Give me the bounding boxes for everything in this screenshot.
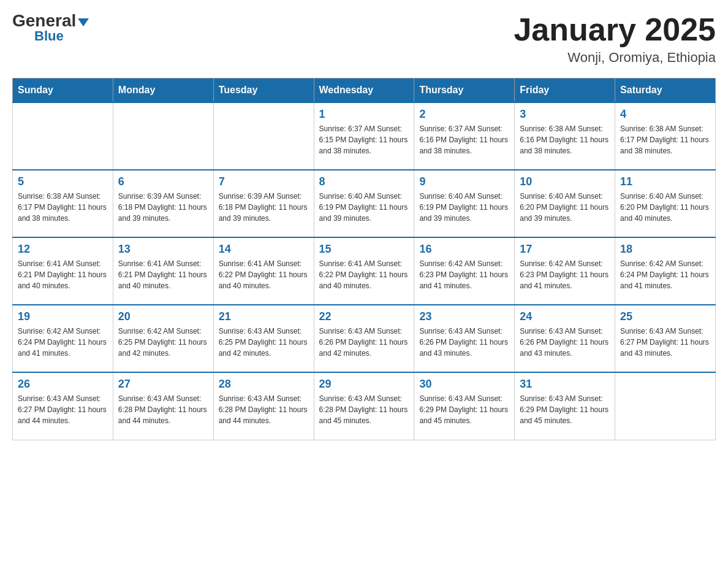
calendar-cell: 18Sunrise: 6:42 AM Sunset: 6:24 PM Dayli… [615, 237, 716, 305]
month-title: January 2025 [514, 12, 716, 47]
calendar-cell [13, 102, 113, 170]
day-number: 21 [219, 310, 309, 323]
day-number: 3 [520, 108, 610, 121]
calendar-cell: 27Sunrise: 6:43 AM Sunset: 6:28 PM Dayli… [113, 372, 213, 440]
day-number: 9 [419, 175, 509, 188]
day-info: Sunrise: 6:42 AM Sunset: 6:24 PM Dayligh… [18, 326, 108, 359]
day-number: 23 [419, 310, 509, 323]
day-number: 27 [118, 378, 208, 391]
calendar-week-row-1: 1Sunrise: 6:37 AM Sunset: 6:15 PM Daylig… [13, 102, 716, 170]
logo-general-text: General [12, 12, 76, 29]
calendar-cell: 9Sunrise: 6:40 AM Sunset: 6:19 PM Daylig… [414, 170, 515, 237]
day-number: 13 [118, 243, 208, 256]
calendar-cell: 3Sunrise: 6:38 AM Sunset: 6:16 PM Daylig… [515, 102, 615, 170]
day-info: Sunrise: 6:41 AM Sunset: 6:22 PM Dayligh… [319, 258, 409, 291]
day-info: Sunrise: 6:41 AM Sunset: 6:22 PM Dayligh… [219, 258, 309, 291]
calendar-week-row-2: 5Sunrise: 6:38 AM Sunset: 6:17 PM Daylig… [13, 170, 716, 237]
day-number: 11 [620, 175, 710, 188]
calendar-cell: 28Sunrise: 6:43 AM Sunset: 6:28 PM Dayli… [213, 372, 314, 440]
calendar-cell: 11Sunrise: 6:40 AM Sunset: 6:20 PM Dayli… [615, 170, 716, 237]
col-wednesday: Wednesday [314, 79, 414, 103]
calendar-cell: 19Sunrise: 6:42 AM Sunset: 6:24 PM Dayli… [13, 305, 113, 372]
calendar-header-row: Sunday Monday Tuesday Wednesday Thursday… [13, 79, 716, 103]
day-number: 1 [319, 108, 409, 121]
day-info: Sunrise: 6:39 AM Sunset: 6:18 PM Dayligh… [118, 191, 208, 224]
calendar-cell: 29Sunrise: 6:43 AM Sunset: 6:28 PM Dayli… [314, 372, 414, 440]
day-info: Sunrise: 6:43 AM Sunset: 6:27 PM Dayligh… [620, 326, 710, 359]
day-number: 6 [118, 175, 208, 188]
col-friday: Friday [515, 79, 615, 103]
calendar-cell: 5Sunrise: 6:38 AM Sunset: 6:17 PM Daylig… [13, 170, 113, 237]
day-number: 31 [520, 378, 610, 391]
calendar-cell [213, 102, 314, 170]
day-number: 5 [18, 175, 108, 188]
calendar-table: Sunday Monday Tuesday Wednesday Thursday… [12, 78, 716, 440]
calendar-week-row-5: 26Sunrise: 6:43 AM Sunset: 6:27 PM Dayli… [13, 372, 716, 440]
day-number: 17 [520, 243, 610, 256]
calendar-week-row-4: 19Sunrise: 6:42 AM Sunset: 6:24 PM Dayli… [13, 305, 716, 372]
day-number: 19 [18, 310, 108, 323]
day-info: Sunrise: 6:42 AM Sunset: 6:24 PM Dayligh… [620, 258, 710, 291]
page-header: General Blue January 2025 Wonji, Oromiya… [12, 12, 716, 66]
day-number: 7 [219, 175, 309, 188]
day-info: Sunrise: 6:43 AM Sunset: 6:28 PM Dayligh… [319, 393, 409, 426]
calendar-cell: 22Sunrise: 6:43 AM Sunset: 6:26 PM Dayli… [314, 305, 414, 372]
calendar-cell: 23Sunrise: 6:43 AM Sunset: 6:26 PM Dayli… [414, 305, 515, 372]
day-info: Sunrise: 6:37 AM Sunset: 6:15 PM Dayligh… [319, 123, 409, 156]
calendar-cell: 24Sunrise: 6:43 AM Sunset: 6:26 PM Dayli… [515, 305, 615, 372]
day-info: Sunrise: 6:38 AM Sunset: 6:17 PM Dayligh… [18, 191, 108, 224]
col-tuesday: Tuesday [213, 79, 314, 103]
col-sunday: Sunday [13, 79, 113, 103]
calendar-cell: 7Sunrise: 6:39 AM Sunset: 6:18 PM Daylig… [213, 170, 314, 237]
day-info: Sunrise: 6:38 AM Sunset: 6:16 PM Dayligh… [520, 123, 610, 156]
logo-triangle-icon [78, 18, 89, 26]
calendar-cell [615, 372, 716, 440]
calendar-cell: 25Sunrise: 6:43 AM Sunset: 6:27 PM Dayli… [615, 305, 716, 372]
calendar-cell: 6Sunrise: 6:39 AM Sunset: 6:18 PM Daylig… [113, 170, 213, 237]
day-number: 8 [319, 175, 409, 188]
day-info: Sunrise: 6:43 AM Sunset: 6:27 PM Dayligh… [18, 393, 108, 426]
day-info: Sunrise: 6:43 AM Sunset: 6:25 PM Dayligh… [219, 326, 309, 359]
calendar-cell: 16Sunrise: 6:42 AM Sunset: 6:23 PM Dayli… [414, 237, 515, 305]
day-number: 16 [419, 243, 509, 256]
day-info: Sunrise: 6:41 AM Sunset: 6:21 PM Dayligh… [118, 258, 208, 291]
day-number: 30 [419, 378, 509, 391]
logo: General Blue [12, 12, 89, 43]
day-info: Sunrise: 6:43 AM Sunset: 6:26 PM Dayligh… [520, 326, 610, 359]
day-info: Sunrise: 6:42 AM Sunset: 6:25 PM Dayligh… [118, 326, 208, 359]
calendar-week-row-3: 12Sunrise: 6:41 AM Sunset: 6:21 PM Dayli… [13, 237, 716, 305]
calendar-cell: 10Sunrise: 6:40 AM Sunset: 6:20 PM Dayli… [515, 170, 615, 237]
calendar-cell: 21Sunrise: 6:43 AM Sunset: 6:25 PM Dayli… [213, 305, 314, 372]
day-number: 14 [219, 243, 309, 256]
day-info: Sunrise: 6:40 AM Sunset: 6:19 PM Dayligh… [319, 191, 409, 224]
col-saturday: Saturday [615, 79, 716, 103]
day-info: Sunrise: 6:43 AM Sunset: 6:26 PM Dayligh… [319, 326, 409, 359]
day-info: Sunrise: 6:43 AM Sunset: 6:28 PM Dayligh… [219, 393, 309, 426]
calendar-cell: 14Sunrise: 6:41 AM Sunset: 6:22 PM Dayli… [213, 237, 314, 305]
day-number: 2 [419, 108, 509, 121]
day-info: Sunrise: 6:38 AM Sunset: 6:17 PM Dayligh… [620, 123, 710, 156]
title-section: January 2025 Wonji, Oromiya, Ethiopia [514, 12, 716, 66]
day-number: 18 [620, 243, 710, 256]
day-number: 15 [319, 243, 409, 256]
calendar-cell: 20Sunrise: 6:42 AM Sunset: 6:25 PM Dayli… [113, 305, 213, 372]
logo-blue-text: Blue [34, 29, 64, 43]
col-monday: Monday [113, 79, 213, 103]
day-number: 4 [620, 108, 710, 121]
day-number: 20 [118, 310, 208, 323]
day-info: Sunrise: 6:43 AM Sunset: 6:28 PM Dayligh… [118, 393, 208, 426]
day-info: Sunrise: 6:40 AM Sunset: 6:19 PM Dayligh… [419, 191, 509, 224]
calendar-cell: 12Sunrise: 6:41 AM Sunset: 6:21 PM Dayli… [13, 237, 113, 305]
day-info: Sunrise: 6:40 AM Sunset: 6:20 PM Dayligh… [620, 191, 710, 224]
day-info: Sunrise: 6:43 AM Sunset: 6:26 PM Dayligh… [419, 326, 509, 359]
calendar-cell: 31Sunrise: 6:43 AM Sunset: 6:29 PM Dayli… [515, 372, 615, 440]
calendar-cell: 30Sunrise: 6:43 AM Sunset: 6:29 PM Dayli… [414, 372, 515, 440]
day-number: 28 [219, 378, 309, 391]
day-number: 22 [319, 310, 409, 323]
calendar-cell: 1Sunrise: 6:37 AM Sunset: 6:15 PM Daylig… [314, 102, 414, 170]
calendar-cell: 8Sunrise: 6:40 AM Sunset: 6:19 PM Daylig… [314, 170, 414, 237]
day-number: 12 [18, 243, 108, 256]
day-info: Sunrise: 6:43 AM Sunset: 6:29 PM Dayligh… [520, 393, 610, 426]
day-info: Sunrise: 6:37 AM Sunset: 6:16 PM Dayligh… [419, 123, 509, 156]
day-number: 29 [319, 378, 409, 391]
